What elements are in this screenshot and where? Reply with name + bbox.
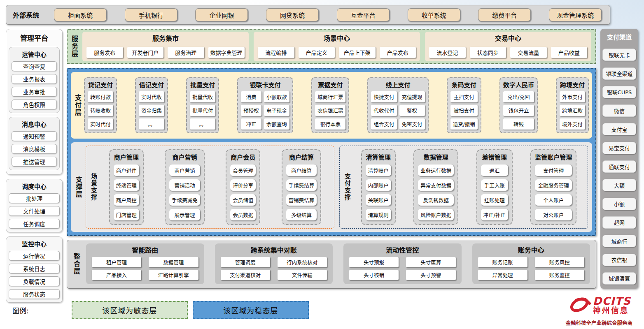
channel-button[interactable]: 易宝支付 bbox=[602, 142, 636, 154]
support-function-button[interactable]: 个人账户 bbox=[535, 194, 572, 206]
support-function-button[interactable]: 退汇 bbox=[481, 164, 508, 176]
support-function-button[interactable]: 内部账户 bbox=[366, 179, 391, 191]
external-system-button[interactable]: 网贷系统 bbox=[266, 8, 319, 21]
payment-function-button[interactable]: 农信银汇票 bbox=[315, 105, 346, 116]
support-function-button[interactable]: 冲正/补正 bbox=[481, 209, 508, 220]
service-function-button[interactable]: 产品收益 bbox=[551, 47, 588, 58]
payment-function-button[interactable]: 外币支付 bbox=[560, 91, 585, 102]
payment-function-button[interactable]: 跨境汇款 bbox=[560, 105, 585, 116]
payment-function-button[interactable]: 批量代收 bbox=[190, 91, 215, 102]
external-system-button[interactable]: 现金管理系统 bbox=[549, 8, 602, 21]
integration-function-button[interactable]: 支付渠道核对 bbox=[221, 270, 270, 280]
support-function-button[interactable]: 对公账户 bbox=[535, 209, 572, 220]
integration-function-button[interactable]: 头寸预报 bbox=[349, 257, 399, 267]
payment-function-button[interactable]: 。。 bbox=[190, 118, 215, 130]
payment-function-button[interactable]: 实时代付 bbox=[88, 118, 113, 130]
support-function-button[interactable]: 手续费减免 bbox=[169, 194, 200, 206]
payment-function-button[interactable]: 消费 bbox=[241, 91, 261, 102]
external-system-button[interactable]: 企业网银 bbox=[195, 8, 248, 21]
integration-function-button[interactable]: 产品接入 bbox=[92, 270, 141, 280]
payment-function-button[interactable]: 城商行汇票 bbox=[315, 91, 346, 102]
payment-function-button[interactable]: 银行本票 bbox=[315, 118, 346, 130]
payment-function-button[interactable]: 代收代付 bbox=[371, 105, 397, 116]
support-function-button[interactable]: 会员储值 bbox=[230, 194, 256, 206]
integration-function-button[interactable]: 账务监控 bbox=[535, 270, 584, 280]
support-function-button[interactable]: 风险账户数据 bbox=[418, 209, 454, 220]
payment-function-button[interactable]: 余额查询 bbox=[264, 118, 289, 130]
integration-function-button[interactable]: 头寸核销 bbox=[349, 270, 399, 280]
payment-function-button[interactable]: 组合支付 bbox=[371, 118, 397, 130]
support-function-button[interactable]: 营销费结算 bbox=[286, 194, 317, 206]
payment-function-button[interactable]: 鉴权 bbox=[399, 105, 425, 116]
channel-button[interactable]: 通联支付 bbox=[602, 160, 636, 173]
integration-function-button[interactable]: 汇路计算引擎 bbox=[149, 270, 198, 280]
support-function-button[interactable]: 展示管理 bbox=[169, 209, 200, 220]
payment-function-button[interactable]: 资金归集 bbox=[139, 105, 164, 116]
payment-function-button[interactable]: 境外支付 bbox=[560, 118, 585, 130]
support-function-button[interactable]: 终端管理 bbox=[114, 179, 139, 191]
integration-function-button[interactable]: 头寸匡算 bbox=[406, 257, 455, 267]
payment-function-button[interactable]: 小额取款 bbox=[264, 91, 289, 102]
channel-button[interactable]: 超网 bbox=[602, 216, 636, 229]
support-function-button[interactable]: 异常支付数据 bbox=[418, 179, 454, 191]
sidebar-item-button[interactable]: 查询查复 bbox=[12, 61, 57, 71]
channel-button[interactable]: 银联全渠道 bbox=[602, 67, 636, 80]
payment-function-button[interactable]: 转钱 bbox=[503, 118, 534, 130]
channel-button[interactable]: 微信 bbox=[602, 104, 636, 117]
service-function-button[interactable]: 产品上下架 bbox=[339, 47, 376, 58]
support-function-button[interactable]: 门店管理 bbox=[114, 209, 139, 220]
service-function-button[interactable]: 开发者门户 bbox=[127, 47, 164, 58]
support-function-button[interactable]: 商户营销 bbox=[169, 164, 200, 176]
payment-function-button[interactable]: 。。 bbox=[139, 118, 164, 130]
integration-function-button[interactable]: 管理调度 bbox=[221, 257, 270, 267]
channel-button[interactable]: 银联CUPS bbox=[602, 86, 636, 98]
support-function-button[interactable]: 营销活动 bbox=[169, 179, 200, 191]
sidebar-item-button[interactable]: 批处理 bbox=[9, 193, 60, 203]
integration-function-button[interactable]: 账务记账 bbox=[478, 257, 527, 267]
support-function-button[interactable]: 金融服务管理 bbox=[535, 179, 572, 191]
support-function-button[interactable]: 手工入账 bbox=[481, 179, 508, 191]
payment-function-button[interactable]: 主扫支付 bbox=[450, 91, 478, 102]
sidebar-item-button[interactable]: 文件处理 bbox=[9, 206, 60, 216]
service-function-button[interactable]: 状态同步 bbox=[470, 47, 506, 58]
sidebar-item-button[interactable]: 业务报表 bbox=[12, 74, 57, 84]
external-system-button[interactable]: 缴费平台 bbox=[478, 8, 531, 21]
channel-button[interactable]: 支付宝 bbox=[602, 123, 636, 135]
payment-function-button[interactable]: 转账付款 bbox=[88, 91, 113, 102]
sidebar-item-button[interactable]: 通知预警 bbox=[12, 131, 57, 141]
service-function-button[interactable]: 流程编排 bbox=[258, 47, 294, 58]
support-function-button[interactable]: 多级结算 bbox=[286, 209, 317, 220]
sidebar-item-button[interactable]: 运行情况 bbox=[9, 251, 60, 261]
sidebar-item-button[interactable]: 角色权限 bbox=[12, 100, 57, 109]
integration-function-button[interactable]: 头寸预警 bbox=[406, 270, 455, 280]
integration-function-button[interactable]: 行内系统核对 bbox=[278, 257, 327, 267]
service-function-button[interactable]: 数据字典管理 bbox=[208, 47, 245, 58]
sidebar-item-button[interactable]: 服务状态 bbox=[9, 289, 60, 299]
channel-button[interactable]: 小额 bbox=[602, 198, 636, 210]
integration-function-button[interactable]: 租户管理 bbox=[92, 257, 141, 267]
payment-function-button[interactable]: 冲正 bbox=[241, 118, 261, 130]
support-function-button[interactable]: 支付管理 bbox=[535, 164, 572, 176]
payment-function-button[interactable]: 被扫支付 bbox=[450, 105, 478, 116]
support-function-button[interactable]: 反洗钱数据 bbox=[418, 194, 454, 206]
payment-function-button[interactable]: 钱包开立 bbox=[503, 105, 534, 116]
payment-function-button[interactable]: 预授权 bbox=[241, 105, 261, 116]
support-function-button[interactable]: 业务运行数据 bbox=[418, 164, 454, 176]
sidebar-item-button[interactable]: 系统日志 bbox=[9, 264, 60, 273]
support-function-button[interactable]: 清算账户 bbox=[366, 164, 391, 176]
payment-function-button[interactable]: 电子现金 bbox=[264, 105, 289, 116]
channel-button[interactable]: 大额 bbox=[602, 179, 636, 191]
channel-button[interactable]: 农信银 bbox=[602, 254, 636, 266]
integration-function-button[interactable]: 文件传输 bbox=[278, 270, 327, 280]
external-system-button[interactable]: 手机银行 bbox=[125, 8, 177, 21]
channel-button[interactable]: 银联无卡 bbox=[602, 49, 636, 61]
support-function-button[interactable]: 商户进件 bbox=[114, 164, 139, 176]
service-function-button[interactable]: 流水登记 bbox=[429, 47, 466, 58]
support-function-button[interactable]: 商户结算 bbox=[286, 164, 317, 176]
integration-function-button[interactable]: 账务风控 bbox=[535, 257, 584, 267]
service-function-button[interactable]: 交易流量 bbox=[510, 47, 547, 58]
sidebar-item-button[interactable]: 推送管理 bbox=[12, 157, 57, 167]
service-function-button[interactable]: 产品定义 bbox=[299, 47, 335, 58]
payment-function-button[interactable]: 退货/撤销 bbox=[450, 118, 478, 130]
external-system-button[interactable]: 柜面系统 bbox=[54, 8, 107, 21]
